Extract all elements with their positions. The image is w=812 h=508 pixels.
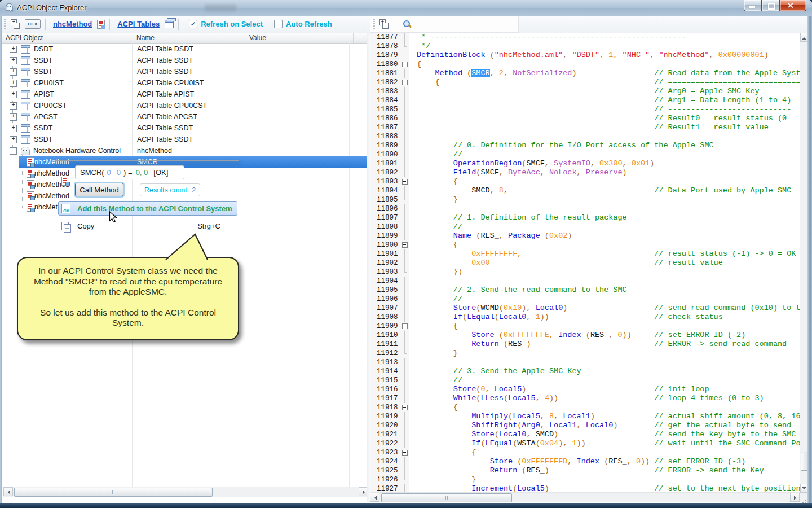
expand-toggle[interactable]: + [10,102,17,110]
expand-collapse-all-icon[interactable]: +− [10,19,20,29]
close-button[interactable] [780,0,806,11]
fold-toggle-icon[interactable] [401,322,409,331]
fold-margin [401,69,409,78]
refresh-on-select-checkbox[interactable]: ✔ [189,20,197,28]
fold-toggle-icon[interactable] [401,60,409,69]
call-status: [OK] [153,168,168,177]
maximize-button[interactable] [762,0,780,11]
fold-margin [401,105,409,114]
toolbar-grip[interactable] [4,19,6,30]
minimize-button[interactable] [744,0,762,11]
line-number: 11917 [370,394,401,403]
collapse-toggle[interactable]: − [10,147,17,155]
arg1-field[interactable]: 0 [117,168,121,177]
expand-toggle[interactable]: + [10,136,17,143]
window-frame [807,16,812,503]
expand-toggle[interactable]: + [10,125,17,132]
line-number: 11877 [370,33,401,42]
fold-toggle-icon[interactable] [401,448,409,457]
code-line: 11887// Result1 = result value [370,123,800,132]
call-method-button[interactable]: Call Method [75,183,123,196]
fold-toggle-icon[interactable] [401,177,409,186]
table-icon [21,56,30,65]
fold-margin [401,394,409,403]
fold-margin [401,367,409,376]
copy-icon [61,222,69,230]
line-number: 11898 [370,222,401,231]
column-header-acpi-object[interactable]: ACPI Object [2,33,136,43]
scrollbar-thumb[interactable] [381,493,512,502]
code-line: 11909 { [370,322,800,331]
editor-vertical-scrollbar[interactable] [800,33,808,493]
expand-toggle[interactable]: + [10,80,17,87]
auto-refresh-checkbox[interactable] [274,20,283,28]
tree-item-name: ACPI Table SSDT [133,135,250,143]
tree-item-label: APIST [34,90,54,98]
tree-row[interactable]: +CPU0ISTACPI Table CPU0IST [2,77,367,89]
code-line: 11917 While(LLess(Local5, 4))// loop 4 t… [370,394,800,403]
tree-row[interactable]: +SSDTACPI Table SSDT [2,134,367,145]
fold-margin [401,430,409,439]
resize-grip[interactable] [800,493,807,502]
code-line: 11918 { [370,403,800,412]
line-number: 11883 [370,87,401,96]
tree-row[interactable]: +SSDTACPI Table SSDT [2,55,367,66]
fold-margin [401,295,409,304]
app-ghost-icon [5,3,14,12]
scroll-down-arrow[interactable] [800,484,808,493]
search-icon[interactable] [402,19,412,29]
scroll-up-arrow[interactable] [800,33,808,42]
menu-item-copy[interactable]: Copy Strg+C [58,219,236,233]
tree-row[interactable]: +APCSTACPI Table APCST [2,111,367,122]
menu-item-add-method[interactable]: C# Add this Method to the ACPI Control S… [58,201,237,216]
fold-toggle-icon[interactable] [401,78,409,87]
column-header-value[interactable]: Value [245,33,354,43]
editor-fold-icon[interactable]: +− [379,19,389,29]
line-number: 11925 [370,466,401,475]
fold-margin [401,51,409,60]
tables-icon[interactable] [165,20,174,28]
arg0-field[interactable]: 0 [107,168,111,177]
line-number: 11913 [370,358,401,367]
expand-toggle[interactable]: + [10,46,17,53]
editor-horizontal-scrollbar[interactable] [370,492,800,502]
column-header-name[interactable]: Name [133,33,249,43]
tree-row[interactable]: −Notebook Hardware ControlnhcMethod [2,145,367,156]
scroll-right-arrow[interactable] [790,493,800,502]
fold-margin [401,331,409,340]
acpi-tables-link[interactable]: ACPI Tables [117,20,160,28]
expand-toggle[interactable]: + [10,57,17,64]
fold-toggle-icon[interactable] [401,403,409,412]
nhcmethod-link[interactable]: nhcMethod [53,20,92,28]
code-editor-panel[interactable]: 11877 * --------------------------------… [370,33,800,493]
expand-toggle[interactable]: + [10,113,17,121]
fold-margin [401,439,409,448]
expand-toggle[interactable]: + [10,91,17,98]
tree-row[interactable]: +SSDTACPI Table SSDT [2,66,367,77]
scroll-left-arrow[interactable] [3,487,13,496]
expand-toggle[interactable]: + [10,68,17,76]
scroll-left-arrow[interactable] [370,493,379,502]
line-number: 11919 [370,412,401,421]
tree-row[interactable]: +APISTACPI Table APIST [2,89,367,100]
code-line: 11919 Multiply(Local5, 8, Local1)// actu… [370,412,800,421]
tree-row[interactable]: +DSDTACPI Table DSDT [2,43,367,55]
tree-horizontal-scrollbar[interactable] [3,487,368,497]
tree-item-name: ACPI Table SSDT [133,124,250,132]
balloon-paragraph: So let us add this method to the ACPI Co… [25,308,231,329]
code-line: 11916 Store(0, Local5)// init loop [370,385,800,394]
results-count-value: 2 [192,186,196,194]
scrollbar-thumb[interactable] [14,488,213,497]
method-icon[interactable] [97,20,105,29]
fold-margin [401,114,409,123]
table-icon [21,135,30,144]
fold-toggle-icon[interactable] [401,240,409,249]
title-bar: ACPI Object Explorer [0,0,812,16]
line-number: 11896 [370,204,401,213]
tree-row[interactable]: +SSDTACPI Table SSDT [2,122,367,134]
tree-row[interactable]: +CPU0CSTACPI Table CPU0CST [2,100,367,111]
code-line: 11899 Name (RES_, Package (0x02) [370,231,800,240]
hex-button[interactable]: HEX [25,19,41,29]
editor-toolbar-grip[interactable] [373,19,375,30]
code-line: 11884// Arg1 = Data Length (1 to 4) [370,96,800,105]
